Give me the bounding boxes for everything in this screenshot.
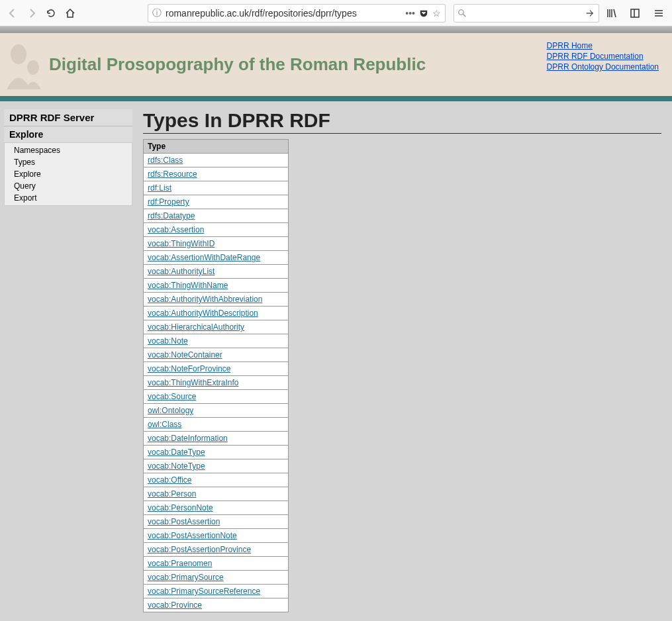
type-link[interactable]: vocab:Source — [148, 392, 196, 401]
menu-icon[interactable] — [649, 4, 668, 23]
table-row: vocab:NoteContainer — [144, 348, 289, 362]
library-icon[interactable] — [602, 4, 620, 23]
home-button[interactable] — [62, 4, 79, 23]
type-link[interactable]: vocab:NoteContainer — [148, 350, 222, 359]
more-icon[interactable]: ••• — [405, 8, 415, 19]
sidebar-icon[interactable] — [626, 4, 644, 23]
teal-band — [0, 96, 672, 101]
type-link[interactable]: vocab:PrimarySource — [148, 573, 224, 582]
type-link[interactable]: vocab:DateInformation — [148, 434, 228, 443]
back-button[interactable] — [4, 4, 21, 23]
type-link[interactable]: rdf:Property — [148, 197, 189, 207]
table-row: vocab:Province — [144, 598, 289, 612]
type-link[interactable]: vocab:Person — [148, 489, 196, 499]
sidebar-item-types[interactable]: Types — [5, 156, 132, 168]
type-link[interactable]: vocab:ThingWithExtraInfo — [148, 378, 238, 387]
type-link[interactable]: rdfs:Resource — [148, 169, 197, 179]
type-link[interactable]: rdf:List — [148, 183, 171, 193]
table-row: vocab:PostAssertionNote — [144, 529, 289, 543]
bookmark-icon[interactable]: ☆ — [432, 8, 441, 19]
table-row: vocab:Office — [144, 473, 289, 487]
sidebar-item-namespaces[interactable]: Namespaces — [5, 144, 132, 156]
table-row: vocab:PostAssertion — [144, 515, 289, 529]
type-link[interactable]: rdfs:Datatype — [148, 211, 195, 220]
table-row: rdfs:Resource — [144, 167, 289, 181]
header-link-home[interactable]: DPRR Home — [547, 41, 659, 50]
table-row: vocab:AuthorityWithAbbreviation — [144, 293, 289, 307]
type-link[interactable]: vocab:DateType — [148, 448, 205, 457]
site-logo — [0, 40, 46, 89]
table-row: vocab:ThingWithName — [144, 279, 289, 293]
type-link[interactable]: vocab:ThingWithName — [148, 281, 228, 290]
table-row: vocab:ThingWithExtraInfo — [144, 376, 289, 390]
type-link[interactable]: vocab:Note — [148, 336, 188, 346]
type-link[interactable]: vocab:PostAssertion — [148, 517, 220, 526]
types-table-header: Type — [144, 140, 289, 154]
url-bar[interactable]: ⓘ ••• ☆ — [148, 4, 446, 23]
table-row: vocab:AuthorityList — [144, 265, 289, 279]
table-row: vocab:NoteForProvince — [144, 362, 289, 376]
sidebar-items: Namespaces Types Explore Query Export — [4, 142, 132, 206]
gray-band — [0, 26, 672, 33]
sidebar-item-explore[interactable]: Explore — [5, 168, 132, 180]
table-row: vocab:PrimarySourceReference — [144, 585, 289, 598]
type-link[interactable]: vocab:AuthorityList — [148, 267, 215, 276]
type-link[interactable]: vocab:ThingWithID — [148, 239, 215, 248]
content-column: Types In DPRR RDF Type rdfs:Classrdfs:Re… — [132, 109, 672, 612]
type-link[interactable]: vocab:Office — [148, 475, 191, 485]
search-bar[interactable] — [454, 4, 599, 23]
table-row: vocab:Praenomen — [144, 557, 289, 571]
type-link[interactable]: vocab:NoteForProvince — [148, 364, 230, 373]
table-row: vocab:Person — [144, 487, 289, 501]
type-link[interactable]: vocab:AuthorityWithAbbreviation — [148, 295, 262, 304]
type-link[interactable]: vocab:NoteType — [148, 461, 205, 471]
type-link[interactable]: vocab:PostAssertionProvince — [148, 545, 251, 554]
table-row: vocab:NoteType — [144, 459, 289, 473]
table-row: vocab:PostAssertionProvince — [144, 543, 289, 557]
table-row: vocab:ThingWithID — [144, 237, 289, 251]
header-links: DPRR Home DPRR RDF Documentation DPRR On… — [547, 41, 659, 73]
sidebar-item-query[interactable]: Query — [5, 180, 132, 192]
type-link[interactable]: vocab:PostAssertionNote — [148, 531, 237, 540]
table-row: owl:Class — [144, 418, 289, 432]
type-link[interactable]: owl:Class — [148, 420, 181, 429]
site-header: Digital Prosopography of the Roman Repub… — [0, 33, 672, 96]
table-row: vocab:PersonNote — [144, 501, 289, 515]
pocket-icon[interactable] — [419, 9, 428, 18]
type-link[interactable]: vocab:Assertion — [148, 225, 204, 234]
type-link[interactable]: vocab:AssertionWithDateRange — [148, 253, 260, 262]
toolbar-right — [602, 4, 668, 23]
site-info-icon[interactable]: ⓘ — [152, 7, 162, 19]
header-link-ontology-doc[interactable]: DPRR Ontology Documentation — [547, 62, 659, 72]
table-row: owl:Ontology — [144, 404, 289, 418]
table-row: rdfs:Datatype — [144, 209, 289, 223]
type-link[interactable]: vocab:PrimarySourceReference — [148, 587, 260, 596]
forward-button[interactable] — [23, 4, 40, 23]
table-row: vocab:DateType — [144, 446, 289, 459]
search-input[interactable] — [470, 8, 581, 18]
table-row: rdfs:Class — [144, 154, 289, 167]
sidebar-item-export[interactable]: Export — [5, 192, 132, 204]
page-title: Types In DPRR RDF — [143, 109, 661, 134]
sidebar-section: Explore — [4, 126, 132, 142]
table-row: vocab:HierarchicalAuthority — [144, 320, 289, 334]
type-link[interactable]: vocab:PersonNote — [148, 503, 213, 512]
table-row: vocab:DateInformation — [144, 432, 289, 446]
svg-point-3 — [27, 60, 39, 75]
type-link[interactable]: owl:Ontology — [148, 406, 193, 415]
table-row: rdf:Property — [144, 195, 289, 209]
url-input[interactable] — [166, 8, 401, 19]
svg-rect-1 — [631, 9, 639, 17]
types-table: Type rdfs:Classrdfs:Resourcerdf:Listrdf:… — [143, 139, 289, 612]
table-row: vocab:AssertionWithDateRange — [144, 251, 289, 265]
type-link[interactable]: vocab:Province — [148, 600, 202, 610]
type-link[interactable]: vocab:HierarchicalAuthority — [148, 322, 244, 332]
type-link[interactable]: rdfs:Class — [148, 156, 183, 165]
reload-button[interactable] — [43, 4, 60, 23]
table-row: vocab:Note — [144, 334, 289, 348]
type-link[interactable]: vocab:Praenomen — [148, 559, 212, 568]
header-link-rdf-doc[interactable]: DPRR RDF Documentation — [547, 52, 659, 61]
type-link[interactable]: vocab:AuthorityWithDescription — [148, 309, 258, 318]
search-go-icon[interactable] — [585, 9, 595, 18]
sidebar-title: DPRR RDF Server — [4, 109, 132, 126]
